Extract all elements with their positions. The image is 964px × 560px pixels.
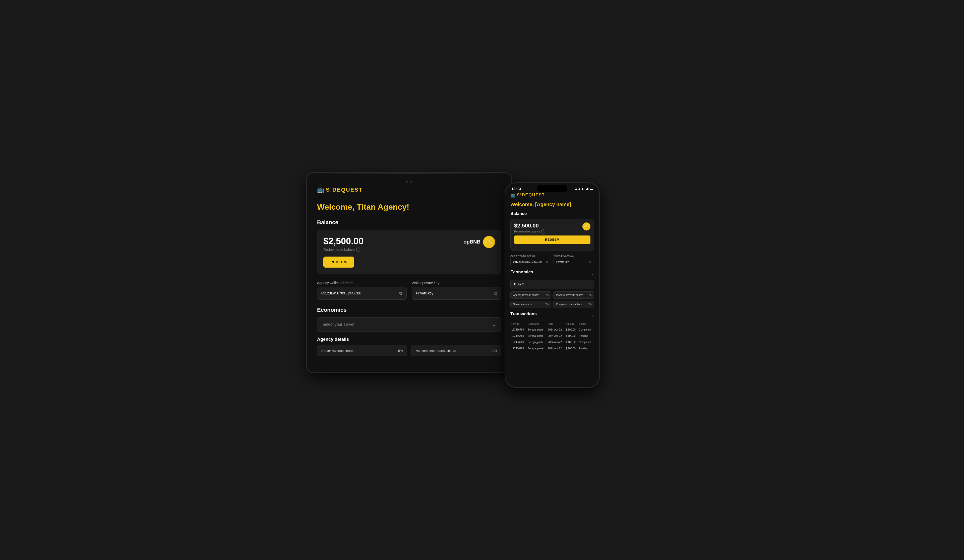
phone-logo-tv-icon: 📺 — [510, 193, 515, 198]
battery-icon: ▬ — [590, 187, 593, 191]
phone-balance-card: $2,500.00 Redeemable balance i 🪙 REDEEM — [510, 219, 594, 251]
phone-device: 13:13 ▲▲▲ ◕ ▬ 📺 S!DEQUEST Welcome, [Agen… — [505, 182, 600, 388]
wallet-address-value: 0x123B456789...2eCCB0 — [321, 291, 361, 295]
transactions-table-body: 123456789 Serega_pirate 2024-Apr-22 $ 10… — [511, 327, 594, 351]
phone-balance-info-icon[interactable]: i — [541, 229, 545, 234]
tablet-camera — [317, 180, 502, 183]
tablet-logo-text: S!DEQUEST — [326, 187, 363, 193]
tx-payid: 123456789 — [511, 346, 527, 351]
phone-status-icons: ▲▲▲ ◕ ▬ — [575, 187, 593, 191]
logo-divider — [317, 195, 502, 195]
tablet-balance-card: $2,500.00 Redeemable balace i opBNB 🪙 RE… — [317, 230, 502, 274]
tx-payid: 123456789 — [511, 333, 527, 339]
phone-copy-address-icon[interactable]: ⧉ — [546, 260, 548, 264]
tx-amount: $ 100.00 — [565, 327, 578, 333]
phone-economics-chevron-icon[interactable]: ⌄ — [591, 271, 594, 276]
phone-server-select[interactable]: Dota 2 ⌄ — [510, 280, 594, 289]
tx-username: Serega_pirate — [527, 327, 547, 333]
phone-transactions-section: Transactions ⌄ Pay ID Username Date Amou… — [510, 312, 594, 352]
server-select-placeholder: Select your server — [322, 322, 355, 327]
phone-private-key-input[interactable]: Private key ⧉ — [554, 258, 594, 266]
phone-private-key-value: Private key — [556, 261, 568, 263]
tx-amount: $ 100.00 — [565, 346, 578, 351]
logo-tv-icon: 📺 — [317, 187, 324, 193]
tablet-wallet-section: Agency wallet address: 0x123B456789...2e… — [317, 281, 502, 300]
tablet-server-select[interactable]: Select your server ⌄ — [317, 317, 502, 332]
phone-server-members-chip: Server members: 5% — [510, 301, 551, 308]
tx-amount: $ 100.00 — [565, 339, 578, 345]
col-payid: Pay ID — [511, 321, 527, 326]
phone-chips-row-1: Agency revenue share: 5% Platform revenu… — [510, 291, 594, 299]
balance-label: Redeemable balace i — [323, 248, 363, 252]
table-row: 123456789 Serega_pirate 2024-Apr-22 $ 10… — [511, 339, 594, 345]
tx-status: Completed — [578, 339, 594, 345]
phone-wallet-address-label: Agency wallet address: — [510, 254, 551, 257]
phone-server-chevron-icon: ⌄ — [588, 282, 591, 286]
phone-bnb-coin-icon: 🪙 — [582, 222, 591, 230]
tx-username: Serega_pirate — [527, 339, 547, 345]
phone-wallet-address-input[interactable]: 0x123B456789...2eCCB0 ⧉ — [510, 258, 551, 266]
server-revenue-label: Server revenue share: — [321, 349, 354, 352]
phone-private-key-label: Wallet private key: — [554, 254, 594, 257]
tx-username: Serega_pirate — [527, 346, 547, 351]
tx-status: Pending — [578, 346, 594, 351]
phone-redeem-button[interactable]: REDEEM — [514, 235, 591, 244]
phone-time: 13:13 — [511, 187, 521, 191]
tablet-logo: 📺 S!DEQUEST — [317, 187, 502, 193]
phone-platform-revenue-chip: Platform revenue share: 5% — [553, 291, 594, 299]
phone-economics-header: Economics ⌄ — [510, 269, 594, 277]
table-row: 123456789 Serega_pirate 2024-Apr-22 $ 10… — [511, 333, 594, 339]
tablet-economics-section: Economics Select your server ⌄ Agency de… — [317, 307, 502, 356]
phone-economics-title: Economics — [510, 269, 533, 274]
opbnb-badge: opBNB 🪙 — [463, 236, 495, 248]
phone-transactions-chevron-icon[interactable]: ⌄ — [591, 313, 594, 318]
phone-private-key-group: Wallet private key: Private key ⧉ — [554, 254, 594, 266]
phone-logo: 📺 S!DEQUEST — [510, 193, 594, 198]
wallet-address-input[interactable]: 0x123B456789...2eCCB0 ⧉ — [317, 287, 407, 300]
phone-transactions-title: Transactions — [510, 312, 537, 317]
balance-amount: $2,500.00 — [323, 236, 363, 247]
server-revenue-value: 5% — [398, 349, 403, 352]
tablet-welcome-title: Welcome, Titan Agency! — [317, 202, 502, 212]
tx-date: 2024-Apr-22 — [547, 346, 565, 351]
phone-balance-left: $2,500.00 Redeemable balance i — [514, 222, 545, 234]
phone-copy-key-icon[interactable]: ⧉ — [589, 260, 591, 264]
completed-tx-chip: No. completed transactions: 20k — [411, 345, 502, 356]
camera-dot-1 — [406, 180, 408, 183]
tx-status: Completed — [578, 327, 594, 333]
copy-address-icon[interactable]: ⧉ — [399, 291, 402, 296]
completed-tx-value: 20k — [492, 349, 497, 352]
phone-balance-title: Balance — [510, 211, 594, 216]
col-status: Status — [578, 321, 594, 326]
tx-date: 2024-Apr-22 — [547, 333, 565, 339]
tx-amount: $ 100.00 — [565, 333, 578, 339]
tablet-redeem-button[interactable]: REDEEM — [323, 256, 354, 268]
balance-info-icon[interactable]: i — [356, 248, 360, 252]
table-row: 123456789 Serega_pirate 2024-Apr-22 $ 10… — [511, 346, 594, 351]
tablet-device: 📺 S!DEQUEST Welcome, Titan Agency! Balan… — [306, 172, 512, 373]
agency-details-title: Agency details — [317, 337, 502, 342]
opbnb-label: opBNB — [463, 239, 480, 245]
copy-key-icon[interactable]: ⧉ — [494, 291, 497, 296]
phone-balance-label: Redeemable balance i — [514, 229, 545, 234]
private-key-value: Private key — [416, 291, 433, 295]
phone-balance-top: $2,500.00 Redeemable balance i 🪙 — [514, 222, 591, 234]
private-key-label: Wallet private key: — [412, 281, 502, 285]
phone-chips-row-2: Server members: 5% Completed transaction… — [510, 301, 594, 308]
col-username: Username — [527, 321, 547, 326]
table-row: 123456789 Serega_pirate 2024-Apr-22 $ 10… — [511, 327, 594, 333]
phone-economics-section: Economics ⌄ Dota 2 ⌄ Agency revenue shar… — [510, 269, 594, 308]
private-key-input[interactable]: Private key ⧉ — [412, 287, 502, 300]
phone-agency-revenue-chip: Agency revenue share: 5% — [510, 291, 551, 299]
phone-content: 📺 S!DEQUEST Welcome, [Agency name]! Bala… — [505, 193, 599, 361]
transactions-table: Pay ID Username Date Amount Status 12345… — [510, 321, 594, 352]
col-date: Date — [547, 321, 565, 326]
tablet-private-key-group: Wallet private key: Private key ⧉ — [412, 281, 502, 300]
server-select-chevron-icon: ⌄ — [492, 321, 496, 328]
phone-wallet-section: Agency wallet address: 0x123B456789...2e… — [510, 254, 594, 266]
phone-transactions-header: Transactions ⌄ — [510, 312, 594, 319]
signal-icon: ▲▲▲ — [575, 187, 584, 191]
server-revenue-chip: Server revenue share: 5% — [317, 345, 407, 356]
tx-date: 2024-Apr-22 — [547, 327, 565, 333]
wifi-icon: ◕ — [586, 187, 588, 191]
